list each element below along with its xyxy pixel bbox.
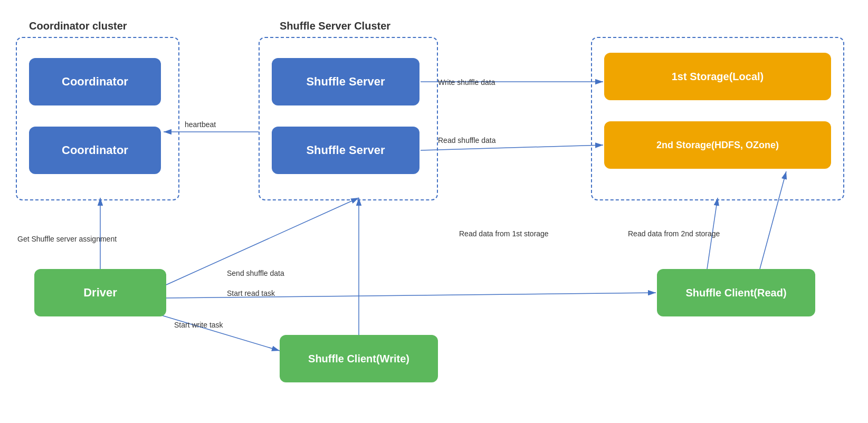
read-data-from-1st-label: Read data from 1st storage [459,229,549,238]
shuffle-client-read-node: Shuffle Client(Read) [657,269,815,316]
start-write-task-label: Start write task [174,321,223,329]
send-shuffle-data-label: Send shuffle data [227,269,284,277]
shuffle-server1-node: Shuffle Server [272,58,419,105]
heartbeat-label: heartbeat [185,120,216,129]
shuffle-client-write-node: Shuffle Client(Write) [280,335,438,382]
svg-line-4 [421,145,603,150]
driver-node: Driver [34,269,166,316]
storage1-node: 1st Storage(Local) [604,53,831,100]
shuffle-server2-node: Shuffle Server [272,127,419,174]
svg-line-8 [148,311,280,351]
coordinator-cluster-label: Coordinator cluster [29,20,127,32]
coordinator2-node: Coordinator [29,127,161,174]
read-shuffle-data-label: Read shuffle data [438,136,496,145]
diagram-container: Coordinator cluster Shuffle Server Clust… [0,0,868,423]
storage2-node: 2nd Storage(HDFS, OZone) [604,121,831,169]
start-read-task-label: Start read task [227,289,275,297]
write-shuffle-data-label: Write shuffle data [438,78,495,86]
shuffle-server-cluster-label: Shuffle Server Cluster [280,20,390,32]
read-data-from-2nd-label: Read data from 2nd storage [628,229,720,238]
coordinator1-node: Coordinator [29,58,161,105]
get-shuffle-server-assignment-label: Get Shuffle server assignment [17,235,117,243]
